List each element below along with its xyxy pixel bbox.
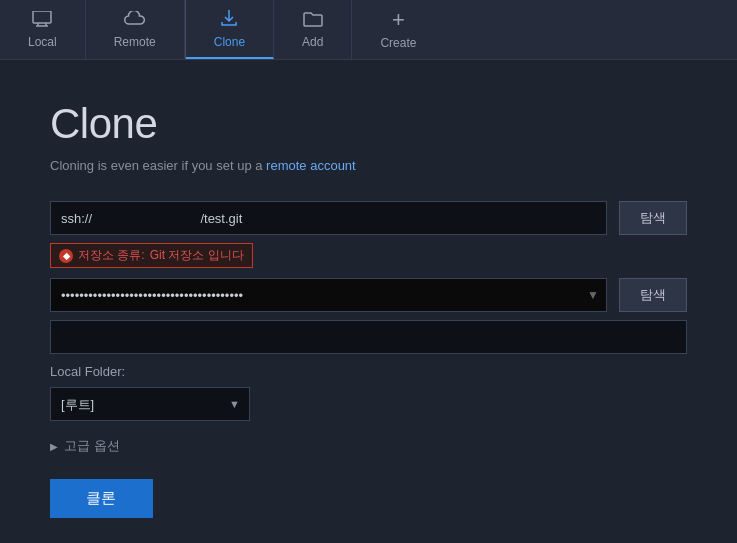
nav-item-add[interactable]: Add — [274, 0, 352, 59]
create-plus-icon: + — [392, 9, 405, 31]
error-prefix: 저장소 종류: — [78, 247, 145, 264]
credential-input-wrapper: ▼ — [50, 278, 607, 312]
nav-local-label: Local — [28, 35, 57, 49]
name-input[interactable]: test — [50, 320, 687, 354]
error-git-text: Git 저장소 입니다 — [150, 247, 244, 264]
error-icon: ◆ — [59, 249, 73, 263]
nav-remote-label: Remote — [114, 35, 156, 49]
nav-item-create[interactable]: + Create — [352, 0, 444, 59]
credential-browse-button[interactable]: 탐색 — [619, 278, 687, 312]
main-content: Clone Cloning is even easier if you set … — [0, 60, 737, 543]
clone-download-icon — [219, 9, 239, 30]
local-folder-select[interactable]: [루트] — [50, 387, 250, 421]
page-title: Clone — [50, 100, 687, 148]
subtitle: Cloning is even easier if you set up a r… — [50, 158, 687, 173]
credential-input[interactable] — [50, 278, 607, 312]
advanced-options-toggle[interactable]: ▶ 고급 옵션 — [50, 437, 687, 455]
nav-create-label: Create — [380, 36, 416, 50]
password-eye-icon[interactable]: ▼ — [587, 288, 599, 302]
name-form-row: test — [50, 320, 687, 354]
monitor-icon — [32, 11, 52, 30]
local-folder-label: Local Folder: — [50, 364, 687, 379]
url-browse-button[interactable]: 탐색 — [619, 201, 687, 235]
advanced-options-label: 고급 옵션 — [64, 437, 120, 455]
top-navigation: Local Remote Clone Add + Create — [0, 0, 737, 60]
credential-form-row: ▼ 탐색 — [50, 278, 687, 312]
nav-item-local[interactable]: Local — [0, 0, 86, 59]
nav-clone-label: Clone — [214, 35, 245, 49]
subtitle-link[interactable]: remote account — [266, 158, 356, 173]
add-folder-icon — [303, 11, 323, 30]
nav-item-clone[interactable]: Clone — [186, 0, 274, 59]
cloud-icon — [124, 11, 146, 30]
error-message: ◆ 저장소 종류: Git 저장소 입니다 — [50, 243, 253, 268]
url-input[interactable] — [50, 201, 607, 235]
chevron-right-icon: ▶ — [50, 441, 58, 452]
clone-button[interactable]: 클론 — [50, 479, 153, 518]
local-folder-select-wrapper: [루트] ▼ — [50, 387, 250, 421]
subtitle-prefix: Cloning is even easier if you set up a — [50, 158, 262, 173]
nav-item-remote[interactable]: Remote — [86, 0, 185, 59]
svg-rect-0 — [33, 11, 51, 23]
nav-add-label: Add — [302, 35, 323, 49]
url-form-row: 탐색 — [50, 201, 687, 235]
